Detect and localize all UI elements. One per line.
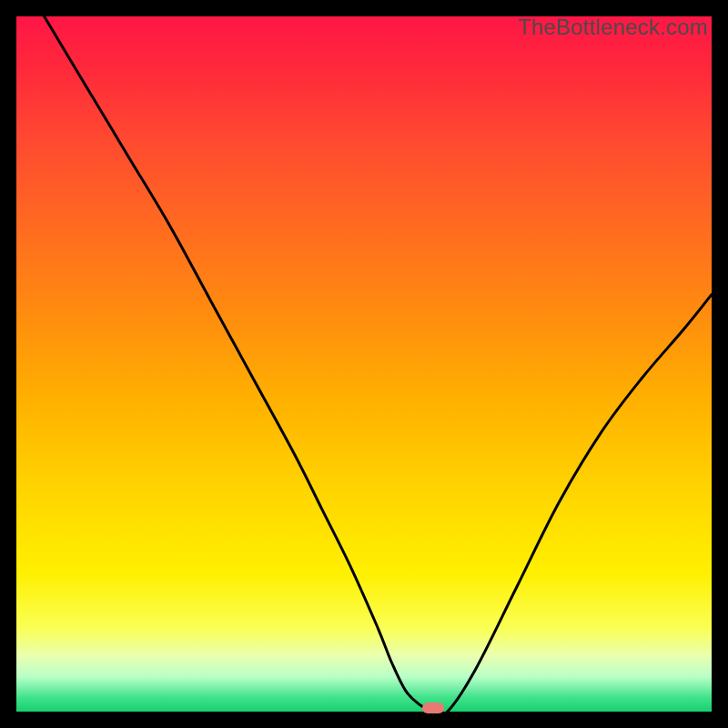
minimum-marker: [422, 703, 444, 713]
plot-area: TheBottleneck.com: [16, 16, 712, 712]
bottleneck-curve: [16, 16, 712, 712]
chart-frame: TheBottleneck.com: [0, 0, 728, 728]
